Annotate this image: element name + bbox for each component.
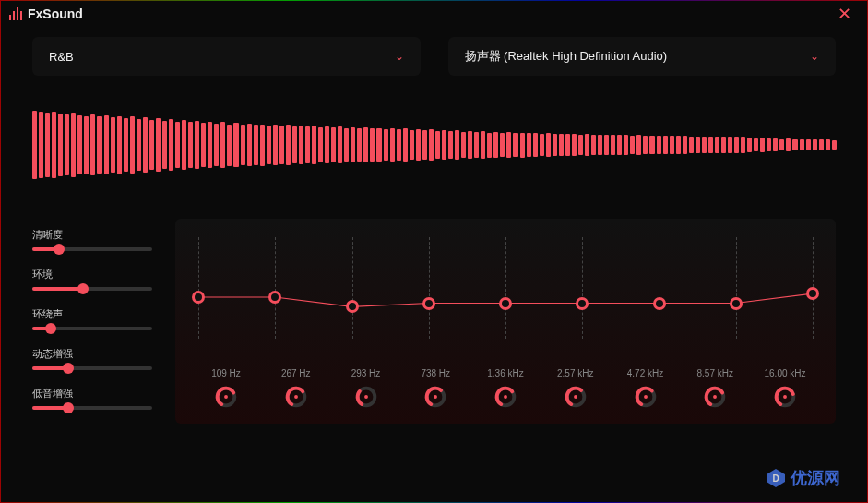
visualizer-bar bbox=[747, 138, 752, 152]
visualizer-bar bbox=[721, 137, 726, 153]
eq-node-1[interactable] bbox=[268, 291, 281, 304]
visualizer-bar bbox=[299, 126, 303, 164]
eq-node-2[interactable] bbox=[346, 300, 359, 313]
visualizer-bar bbox=[826, 139, 830, 150]
visualizer-bar bbox=[493, 132, 498, 159]
eq-band-2: 293 Hz bbox=[339, 368, 394, 410]
slider-4[interactable]: 低音增强 bbox=[32, 387, 152, 410]
close-button[interactable]: ✕ bbox=[830, 4, 859, 24]
visualizer-bar bbox=[318, 127, 323, 163]
visualizer-bar bbox=[461, 132, 466, 159]
visualizer-bar bbox=[448, 131, 453, 159]
visualizer-bar bbox=[624, 135, 628, 155]
visualizer-bar bbox=[786, 138, 791, 151]
visualizer-bar bbox=[474, 132, 479, 158]
slider-track[interactable] bbox=[32, 406, 152, 410]
eq-node-0[interactable] bbox=[192, 291, 205, 304]
visualizer-bar bbox=[344, 128, 349, 162]
visualizer-bar bbox=[410, 130, 414, 160]
slider-label: 低音增强 bbox=[32, 387, 152, 401]
visualizer-bar bbox=[832, 140, 837, 150]
visualizer-bar bbox=[104, 115, 109, 175]
visualizer-bar bbox=[370, 128, 375, 161]
visualizer-bar bbox=[292, 126, 297, 164]
visualizer-bar bbox=[267, 126, 271, 164]
svg-point-8 bbox=[364, 395, 368, 399]
visualizer-bar bbox=[279, 126, 284, 163]
visualizer-bar bbox=[585, 134, 589, 155]
eq-gain-knob-6[interactable] bbox=[633, 384, 659, 410]
eq-band-0: 109 Hz bbox=[198, 368, 254, 410]
visualizer-bar bbox=[247, 124, 252, 167]
eq-node-8[interactable] bbox=[806, 287, 819, 300]
slider-3[interactable]: 动态增强 bbox=[32, 347, 152, 370]
eq-node-7[interactable] bbox=[730, 297, 743, 310]
eq-node-5[interactable] bbox=[576, 297, 589, 310]
visualizer-bar bbox=[435, 131, 440, 160]
eq-gain-knob-3[interactable] bbox=[422, 384, 448, 410]
eq-gain-knob-8[interactable] bbox=[772, 384, 798, 410]
eq-node-4[interactable] bbox=[499, 297, 512, 310]
eq-gridline bbox=[275, 237, 276, 339]
slider-track[interactable] bbox=[32, 327, 152, 330]
eq-gain-knob-5[interactable] bbox=[563, 384, 589, 410]
visualizer-bar bbox=[52, 112, 56, 178]
eq-graph[interactable] bbox=[198, 237, 813, 357]
eq-freq-label: 1.36 kHz bbox=[487, 368, 523, 378]
visualizer-bar bbox=[58, 114, 63, 176]
visualizer-bar bbox=[636, 135, 641, 155]
slider-0[interactable]: 清晰度 bbox=[32, 228, 152, 251]
chevron-down-icon: ⌄ bbox=[395, 50, 404, 63]
watermark: D 优源网 bbox=[765, 467, 840, 489]
svg-text:D: D bbox=[772, 473, 779, 484]
eq-gain-knob-7[interactable] bbox=[702, 384, 728, 410]
eq-node-6[interactable] bbox=[653, 297, 666, 310]
slider-track[interactable] bbox=[32, 247, 152, 251]
slider-1[interactable]: 环境 bbox=[32, 268, 152, 291]
eq-band-4: 1.36 kHz bbox=[478, 368, 533, 410]
visualizer-bar bbox=[182, 120, 186, 170]
eq-gain-knob-1[interactable] bbox=[283, 384, 309, 410]
eq-freq-label: 267 Hz bbox=[281, 368, 311, 378]
visualizer-bar bbox=[376, 128, 381, 162]
visualizer-bar bbox=[124, 118, 128, 172]
visualizer-bar bbox=[689, 137, 694, 154]
slider-track[interactable] bbox=[32, 287, 152, 291]
svg-point-23 bbox=[713, 395, 717, 399]
visualizer-bar bbox=[137, 119, 141, 171]
visualizer-bar bbox=[468, 131, 472, 160]
visualizer-bar bbox=[683, 136, 687, 154]
eq-gain-knob-0[interactable] bbox=[213, 384, 239, 410]
visualizer-bar bbox=[708, 137, 713, 154]
eq-gain-knob-2[interactable] bbox=[353, 384, 379, 410]
visualizer-bar bbox=[767, 138, 771, 151]
visualizer-bar bbox=[630, 136, 635, 155]
visualizer-bar bbox=[397, 129, 401, 160]
eq-band-3: 738 Hz bbox=[408, 368, 463, 410]
visualizer-bar bbox=[670, 136, 674, 154]
eq-gridline bbox=[736, 237, 737, 339]
visualizer-bar bbox=[384, 129, 388, 161]
svg-point-17 bbox=[574, 395, 577, 399]
visualizer-bar bbox=[696, 137, 700, 154]
eq-node-3[interactable] bbox=[422, 297, 435, 310]
visualizer-bar bbox=[325, 126, 329, 164]
visualizer-bar bbox=[617, 135, 622, 155]
visualizer-bar bbox=[338, 126, 342, 163]
visualizer-bar bbox=[455, 130, 459, 160]
visualizer-bar bbox=[533, 133, 538, 157]
eq-band-6: 4.72 kHz bbox=[618, 368, 673, 410]
slider-track[interactable] bbox=[32, 366, 152, 370]
preset-value: R&B bbox=[49, 50, 74, 64]
visualizer-bar bbox=[416, 129, 421, 161]
slider-2[interactable]: 环绕声 bbox=[32, 307, 152, 330]
visualizer-bar bbox=[527, 133, 531, 156]
output-device-dropdown[interactable]: 扬声器 (Realtek High Definition Audio) ⌄ bbox=[448, 37, 837, 76]
visualizer-bar bbox=[195, 121, 199, 169]
visualizer-bar bbox=[540, 134, 544, 156]
visualizer-bar bbox=[111, 117, 115, 172]
visualizer-bar bbox=[65, 114, 69, 176]
preset-dropdown[interactable]: R&B ⌄ bbox=[32, 37, 421, 76]
eq-gain-knob-4[interactable] bbox=[493, 384, 518, 410]
visualizer-bar bbox=[130, 116, 135, 173]
